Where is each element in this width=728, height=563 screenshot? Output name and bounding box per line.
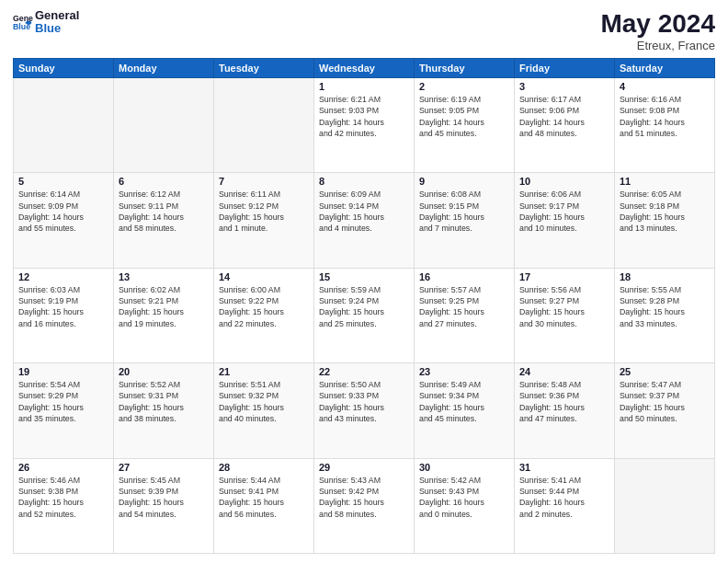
table-row: 22Sunrise: 5:50 AM Sunset: 9:33 PM Dayli… — [314, 363, 415, 458]
day-info: Sunrise: 6:11 AM Sunset: 9:12 PM Dayligh… — [219, 189, 309, 234]
table-row: 25Sunrise: 5:47 AM Sunset: 9:37 PM Dayli… — [615, 363, 715, 458]
title-block: May 2024 Etreux, France — [600, 9, 715, 52]
day-number: 16 — [419, 271, 509, 282]
page: General Blue General Blue May 2024 Etreu… — [0, 0, 728, 563]
day-info: Sunrise: 5:47 AM Sunset: 9:37 PM Dayligh… — [620, 379, 710, 424]
table-row: 27Sunrise: 5:45 AM Sunset: 9:39 PM Dayli… — [114, 458, 214, 553]
col-friday: Friday — [515, 59, 615, 78]
location: Etreux, France — [600, 39, 715, 52]
table-row: 19Sunrise: 5:54 AM Sunset: 9:29 PM Dayli… — [14, 363, 114, 458]
calendar-week-row: 12Sunrise: 6:03 AM Sunset: 9:19 PM Dayli… — [14, 268, 715, 362]
table-row: 14Sunrise: 6:00 AM Sunset: 9:22 PM Dayli… — [214, 268, 314, 362]
day-info: Sunrise: 6:14 AM Sunset: 9:09 PM Dayligh… — [18, 189, 108, 234]
day-number: 7 — [219, 176, 309, 187]
day-number: 6 — [119, 176, 209, 187]
day-info: Sunrise: 5:43 AM Sunset: 9:42 PM Dayligh… — [319, 475, 409, 520]
day-number: 24 — [519, 366, 609, 377]
day-number: 14 — [219, 271, 309, 282]
day-info: Sunrise: 6:00 AM Sunset: 9:22 PM Dayligh… — [219, 284, 309, 329]
day-info: Sunrise: 5:50 AM Sunset: 9:33 PM Dayligh… — [319, 379, 409, 424]
col-wednesday: Wednesday — [314, 59, 415, 78]
col-monday: Monday — [114, 59, 214, 78]
table-row: 11Sunrise: 6:05 AM Sunset: 9:18 PM Dayli… — [615, 173, 715, 268]
table-row: 24Sunrise: 5:48 AM Sunset: 9:36 PM Dayli… — [515, 363, 615, 458]
table-row: 16Sunrise: 5:57 AM Sunset: 9:25 PM Dayli… — [415, 268, 515, 362]
table-row: 13Sunrise: 6:02 AM Sunset: 9:21 PM Dayli… — [114, 268, 214, 362]
day-number: 21 — [219, 366, 309, 377]
day-info: Sunrise: 6:03 AM Sunset: 9:19 PM Dayligh… — [18, 284, 108, 329]
logo: General Blue General Blue — [13, 9, 79, 36]
table-row: 12Sunrise: 6:03 AM Sunset: 9:19 PM Dayli… — [14, 268, 114, 362]
day-info: Sunrise: 6:08 AM Sunset: 9:15 PM Dayligh… — [419, 189, 509, 234]
day-info: Sunrise: 5:55 AM Sunset: 9:28 PM Dayligh… — [620, 284, 710, 329]
day-info: Sunrise: 5:49 AM Sunset: 9:34 PM Dayligh… — [419, 379, 509, 424]
day-number: 25 — [620, 366, 710, 377]
table-row: 20Sunrise: 5:52 AM Sunset: 9:31 PM Dayli… — [114, 363, 214, 458]
day-number: 1 — [319, 81, 409, 92]
table-row — [214, 78, 314, 173]
table-row: 5Sunrise: 6:14 AM Sunset: 9:09 PM Daylig… — [14, 173, 114, 268]
table-row: 9Sunrise: 6:08 AM Sunset: 9:15 PM Daylig… — [415, 173, 515, 268]
day-info: Sunrise: 6:17 AM Sunset: 9:06 PM Dayligh… — [519, 94, 609, 139]
table-row: 6Sunrise: 6:12 AM Sunset: 9:11 PM Daylig… — [114, 173, 214, 268]
day-info: Sunrise: 5:45 AM Sunset: 9:39 PM Dayligh… — [119, 475, 209, 520]
table-row: 8Sunrise: 6:09 AM Sunset: 9:14 PM Daylig… — [314, 173, 415, 268]
day-info: Sunrise: 6:05 AM Sunset: 9:18 PM Dayligh… — [620, 189, 710, 234]
day-number: 23 — [419, 366, 509, 377]
table-row: 18Sunrise: 5:55 AM Sunset: 9:28 PM Dayli… — [615, 268, 715, 362]
col-sunday: Sunday — [14, 59, 114, 78]
day-number: 27 — [119, 462, 209, 473]
day-number: 19 — [18, 366, 108, 377]
header: General Blue General Blue May 2024 Etreu… — [13, 9, 715, 52]
day-info: Sunrise: 5:48 AM Sunset: 9:36 PM Dayligh… — [519, 379, 609, 424]
calendar: Sunday Monday Tuesday Wednesday Thursday… — [13, 58, 715, 554]
table-row — [615, 458, 715, 553]
day-info: Sunrise: 5:42 AM Sunset: 9:43 PM Dayligh… — [419, 475, 509, 520]
table-row: 3Sunrise: 6:17 AM Sunset: 9:06 PM Daylig… — [515, 78, 615, 173]
day-number: 4 — [620, 81, 710, 92]
day-info: Sunrise: 5:46 AM Sunset: 9:38 PM Dayligh… — [18, 475, 108, 520]
day-number: 10 — [519, 176, 609, 187]
logo-general: General — [35, 9, 79, 22]
day-number: 31 — [519, 462, 609, 473]
month-year: May 2024 — [600, 9, 715, 39]
col-thursday: Thursday — [415, 59, 515, 78]
calendar-week-row: 19Sunrise: 5:54 AM Sunset: 9:29 PM Dayli… — [14, 363, 715, 458]
table-row: 7Sunrise: 6:11 AM Sunset: 9:12 PM Daylig… — [214, 173, 314, 268]
svg-text:Blue: Blue — [13, 22, 30, 31]
table-row: 15Sunrise: 5:59 AM Sunset: 9:24 PM Dayli… — [314, 268, 415, 362]
day-info: Sunrise: 5:51 AM Sunset: 9:32 PM Dayligh… — [219, 379, 309, 424]
day-number: 22 — [319, 366, 409, 377]
col-tuesday: Tuesday — [214, 59, 314, 78]
calendar-week-row: 26Sunrise: 5:46 AM Sunset: 9:38 PM Dayli… — [14, 458, 715, 553]
day-info: Sunrise: 5:52 AM Sunset: 9:31 PM Dayligh… — [119, 379, 209, 424]
day-number: 12 — [18, 271, 108, 282]
col-saturday: Saturday — [615, 59, 715, 78]
day-info: Sunrise: 5:41 AM Sunset: 9:44 PM Dayligh… — [519, 475, 609, 520]
table-row — [114, 78, 214, 173]
day-info: Sunrise: 6:06 AM Sunset: 9:17 PM Dayligh… — [519, 189, 609, 234]
day-number: 2 — [419, 81, 509, 92]
day-number: 17 — [519, 271, 609, 282]
table-row: 31Sunrise: 5:41 AM Sunset: 9:44 PM Dayli… — [515, 458, 615, 553]
day-number: 26 — [18, 462, 108, 473]
day-number: 29 — [319, 462, 409, 473]
day-number: 18 — [620, 271, 710, 282]
table-row: 21Sunrise: 5:51 AM Sunset: 9:32 PM Dayli… — [214, 363, 314, 458]
table-row: 28Sunrise: 5:44 AM Sunset: 9:41 PM Dayli… — [214, 458, 314, 553]
day-info: Sunrise: 6:12 AM Sunset: 9:11 PM Dayligh… — [119, 189, 209, 234]
day-info: Sunrise: 6:02 AM Sunset: 9:21 PM Dayligh… — [119, 284, 209, 329]
calendar-week-row: 1Sunrise: 6:21 AM Sunset: 9:03 PM Daylig… — [14, 78, 715, 173]
calendar-header-row: Sunday Monday Tuesday Wednesday Thursday… — [14, 59, 715, 78]
day-number: 5 — [18, 176, 108, 187]
table-row: 2Sunrise: 6:19 AM Sunset: 9:05 PM Daylig… — [415, 78, 515, 173]
day-info: Sunrise: 6:19 AM Sunset: 9:05 PM Dayligh… — [419, 94, 509, 139]
table-row: 17Sunrise: 5:56 AM Sunset: 9:27 PM Dayli… — [515, 268, 615, 362]
table-row: 26Sunrise: 5:46 AM Sunset: 9:38 PM Dayli… — [14, 458, 114, 553]
day-number: 30 — [419, 462, 509, 473]
day-info: Sunrise: 6:09 AM Sunset: 9:14 PM Dayligh… — [319, 189, 409, 234]
day-info: Sunrise: 5:54 AM Sunset: 9:29 PM Dayligh… — [18, 379, 108, 424]
day-number: 15 — [319, 271, 409, 282]
table-row: 4Sunrise: 6:16 AM Sunset: 9:08 PM Daylig… — [615, 78, 715, 173]
day-info: Sunrise: 5:57 AM Sunset: 9:25 PM Dayligh… — [419, 284, 509, 329]
